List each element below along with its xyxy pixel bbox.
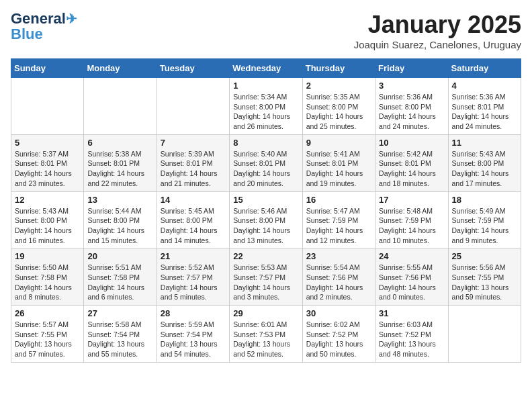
day-number: 26 xyxy=(15,308,80,318)
calendar-cell: 29Sunrise: 6:01 AM Sunset: 7:53 PM Dayli… xyxy=(230,306,302,363)
calendar-cell: 12Sunrise: 5:43 AM Sunset: 8:00 PM Dayli… xyxy=(11,191,84,248)
day-info: Sunrise: 5:42 AM Sunset: 8:01 PM Dayligh… xyxy=(379,149,444,189)
calendar-cell: 10Sunrise: 5:42 AM Sunset: 8:01 PM Dayli… xyxy=(375,134,448,191)
calendar-cell: 23Sunrise: 5:54 AM Sunset: 7:56 PM Dayli… xyxy=(302,248,375,306)
day-info: Sunrise: 5:41 AM Sunset: 8:01 PM Dayligh… xyxy=(306,149,371,189)
calendar-cell: 1Sunrise: 5:34 AM Sunset: 8:00 PM Daylig… xyxy=(230,78,302,135)
day-info: Sunrise: 6:03 AM Sunset: 7:52 PM Dayligh… xyxy=(379,320,444,359)
day-info: Sunrise: 6:01 AM Sunset: 7:53 PM Dayligh… xyxy=(233,320,298,359)
calendar-cell: 15Sunrise: 5:46 AM Sunset: 8:00 PM Dayli… xyxy=(230,191,302,248)
day-number: 10 xyxy=(379,138,444,148)
day-info: Sunrise: 5:45 AM Sunset: 8:00 PM Dayligh… xyxy=(161,206,226,246)
calendar-cell: 8Sunrise: 5:40 AM Sunset: 8:01 PM Daylig… xyxy=(230,134,302,191)
calendar-title: January 2025 xyxy=(354,11,521,39)
day-number: 14 xyxy=(161,195,226,205)
day-info: Sunrise: 5:59 AM Sunset: 7:54 PM Dayligh… xyxy=(161,320,226,359)
day-info: Sunrise: 5:54 AM Sunset: 7:56 PM Dayligh… xyxy=(306,263,371,302)
day-info: Sunrise: 5:43 AM Sunset: 8:00 PM Dayligh… xyxy=(15,206,80,246)
day-number: 3 xyxy=(379,81,444,91)
day-info: Sunrise: 5:40 AM Sunset: 8:01 PM Dayligh… xyxy=(233,149,298,189)
calendar-cell: 19Sunrise: 5:50 AM Sunset: 7:58 PM Dayli… xyxy=(11,248,84,306)
day-info: Sunrise: 5:47 AM Sunset: 7:59 PM Dayligh… xyxy=(306,206,371,246)
calendar-cell: 27Sunrise: 5:58 AM Sunset: 7:54 PM Dayli… xyxy=(84,306,157,363)
day-info: Sunrise: 5:39 AM Sunset: 8:01 PM Dayligh… xyxy=(161,149,226,189)
day-number: 12 xyxy=(15,195,80,205)
day-number: 15 xyxy=(233,195,298,205)
day-info: Sunrise: 5:44 AM Sunset: 8:00 PM Dayligh… xyxy=(87,206,152,246)
calendar-cell: 20Sunrise: 5:51 AM Sunset: 7:58 PM Dayli… xyxy=(84,248,157,306)
day-number: 24 xyxy=(379,251,444,261)
day-number: 7 xyxy=(161,138,226,148)
day-info: Sunrise: 5:56 AM Sunset: 7:55 PM Dayligh… xyxy=(452,263,517,302)
day-number: 25 xyxy=(452,251,517,261)
day-info: Sunrise: 5:53 AM Sunset: 7:57 PM Dayligh… xyxy=(233,263,298,302)
day-number: 23 xyxy=(306,251,371,261)
day-info: Sunrise: 5:51 AM Sunset: 7:58 PM Dayligh… xyxy=(87,263,152,302)
calendar-cell: 5Sunrise: 5:37 AM Sunset: 8:01 PM Daylig… xyxy=(11,134,84,191)
calendar-cell: 13Sunrise: 5:44 AM Sunset: 8:00 PM Dayli… xyxy=(84,191,157,248)
day-number: 11 xyxy=(452,138,517,148)
page-header: General✈ Blue January 2025 Joaquin Suare… xyxy=(11,11,521,50)
calendar-cell: 7Sunrise: 5:39 AM Sunset: 8:01 PM Daylig… xyxy=(157,134,229,191)
day-number: 17 xyxy=(379,195,444,205)
weekday-header-row: SundayMondayTuesdayWednesdayThursdayFrid… xyxy=(11,59,521,78)
weekday-header: Monday xyxy=(84,59,157,78)
calendar-cell: 14Sunrise: 5:45 AM Sunset: 8:00 PM Dayli… xyxy=(157,191,229,248)
day-number: 9 xyxy=(306,138,371,148)
day-number: 1 xyxy=(233,81,298,91)
day-number: 2 xyxy=(306,81,371,91)
calendar-cell: 3Sunrise: 5:36 AM Sunset: 8:00 PM Daylig… xyxy=(375,78,448,135)
calendar-cell: 24Sunrise: 5:55 AM Sunset: 7:56 PM Dayli… xyxy=(375,248,448,306)
calendar-week-row: 26Sunrise: 5:57 AM Sunset: 7:55 PM Dayli… xyxy=(11,306,521,363)
day-info: Sunrise: 5:55 AM Sunset: 7:56 PM Dayligh… xyxy=(379,263,444,302)
weekday-header: Sunday xyxy=(11,59,84,78)
day-info: Sunrise: 5:34 AM Sunset: 8:00 PM Dayligh… xyxy=(233,92,298,132)
calendar-cell: 9Sunrise: 5:41 AM Sunset: 8:01 PM Daylig… xyxy=(302,134,375,191)
day-number: 5 xyxy=(15,138,80,148)
day-info: Sunrise: 5:46 AM Sunset: 8:00 PM Dayligh… xyxy=(233,206,298,246)
calendar-week-row: 1Sunrise: 5:34 AM Sunset: 8:00 PM Daylig… xyxy=(11,78,521,135)
calendar-cell: 26Sunrise: 5:57 AM Sunset: 7:55 PM Dayli… xyxy=(11,306,84,363)
calendar-cell xyxy=(448,306,521,363)
title-block: January 2025 Joaquin Suarez, Canelones, … xyxy=(354,11,521,50)
logo: General✈ Blue xyxy=(11,11,77,42)
day-info: Sunrise: 5:50 AM Sunset: 7:58 PM Dayligh… xyxy=(15,263,80,302)
calendar-cell: 22Sunrise: 5:53 AM Sunset: 7:57 PM Dayli… xyxy=(230,248,302,306)
day-number: 13 xyxy=(87,195,152,205)
calendar-cell: 2Sunrise: 5:35 AM Sunset: 8:00 PM Daylig… xyxy=(302,78,375,135)
day-info: Sunrise: 5:57 AM Sunset: 7:55 PM Dayligh… xyxy=(15,320,80,359)
day-info: Sunrise: 5:36 AM Sunset: 8:00 PM Dayligh… xyxy=(379,92,444,132)
day-number: 27 xyxy=(87,308,152,318)
calendar-cell: 6Sunrise: 5:38 AM Sunset: 8:01 PM Daylig… xyxy=(84,134,157,191)
day-info: Sunrise: 5:49 AM Sunset: 7:59 PM Dayligh… xyxy=(452,206,517,246)
calendar-cell: 18Sunrise: 5:49 AM Sunset: 7:59 PM Dayli… xyxy=(448,191,521,248)
weekday-header: Saturday xyxy=(448,59,521,78)
day-number: 28 xyxy=(161,308,226,318)
logo-general: General xyxy=(11,10,66,27)
day-number: 31 xyxy=(379,308,444,318)
calendar-cell: 16Sunrise: 5:47 AM Sunset: 7:59 PM Dayli… xyxy=(302,191,375,248)
weekday-header: Wednesday xyxy=(230,59,302,78)
calendar-cell xyxy=(11,78,84,135)
day-info: Sunrise: 5:43 AM Sunset: 8:00 PM Dayligh… xyxy=(452,149,517,189)
calendar-week-row: 5Sunrise: 5:37 AM Sunset: 8:01 PM Daylig… xyxy=(11,134,521,191)
calendar-cell: 11Sunrise: 5:43 AM Sunset: 8:00 PM Dayli… xyxy=(448,134,521,191)
calendar-table: SundayMondayTuesdayWednesdayThursdayFrid… xyxy=(11,58,521,363)
logo-bird-icon: ✈ xyxy=(66,11,77,26)
day-info: Sunrise: 5:48 AM Sunset: 7:59 PM Dayligh… xyxy=(379,206,444,246)
day-number: 30 xyxy=(306,308,371,318)
day-number: 21 xyxy=(161,251,226,261)
day-number: 4 xyxy=(452,81,517,91)
calendar-cell: 31Sunrise: 6:03 AM Sunset: 7:52 PM Dayli… xyxy=(375,306,448,363)
calendar-cell xyxy=(157,78,229,135)
calendar-cell: 17Sunrise: 5:48 AM Sunset: 7:59 PM Dayli… xyxy=(375,191,448,248)
day-number: 29 xyxy=(233,308,298,318)
day-number: 8 xyxy=(233,138,298,148)
day-info: Sunrise: 5:35 AM Sunset: 8:00 PM Dayligh… xyxy=(306,92,371,132)
calendar-week-row: 12Sunrise: 5:43 AM Sunset: 8:00 PM Dayli… xyxy=(11,191,521,248)
day-info: Sunrise: 5:58 AM Sunset: 7:54 PM Dayligh… xyxy=(87,320,152,359)
day-number: 16 xyxy=(306,195,371,205)
day-number: 20 xyxy=(87,251,152,261)
day-number: 18 xyxy=(452,195,517,205)
calendar-cell: 4Sunrise: 5:36 AM Sunset: 8:01 PM Daylig… xyxy=(448,78,521,135)
